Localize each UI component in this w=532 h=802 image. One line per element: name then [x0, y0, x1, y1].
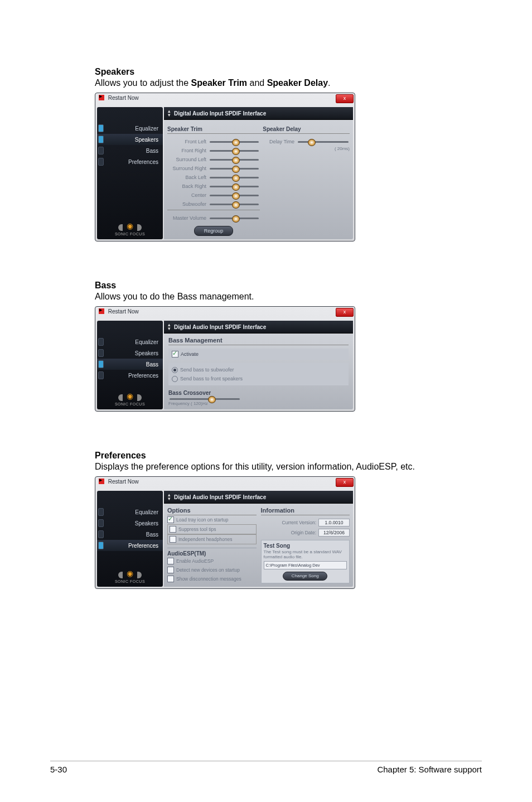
enable-esp-checkbox[interactable] [167, 558, 174, 564]
window-titlebar: Restart Now x [95, 93, 355, 105]
crossover-head: Bass Crossover [168, 390, 241, 396]
chan-label: Center [167, 192, 209, 198]
load-tray-checkbox[interactable] [167, 516, 174, 523]
bass-mgmt-head: Bass Management [168, 337, 349, 345]
window-titlebar: Restart Now x [95, 307, 355, 319]
pref-desc: Displays the preference options for this… [95, 462, 437, 472]
window-title: Restart Now [108, 308, 139, 315]
suppress-tips-checkbox[interactable] [170, 526, 176, 533]
tab-speakers[interactable]: Speakers [97, 134, 163, 145]
pref-heading: Preferences [95, 451, 437, 461]
indep-headphones-checkbox[interactable] [170, 536, 176, 543]
regroup-button[interactable]: Regroup [194, 226, 233, 236]
tab-bass[interactable]: Bass [97, 359, 163, 370]
spinner-icon[interactable] [166, 109, 172, 117]
app-icon [99, 479, 104, 484]
date-value: 12/6/2006 [318, 529, 350, 537]
version-value: 1.0.0010 [318, 519, 350, 526]
subwoofer-slider[interactable] [210, 204, 259, 205]
audio-tabbar: Digital Audio Input SPDIF Interface [164, 491, 353, 504]
opt-label: Independent headphones [178, 537, 232, 542]
tabbar-label: Digital Audio Input SPDIF Interface [174, 324, 266, 330]
sidebar: Equalizer Speakers Bass Preferences SONI… [97, 491, 163, 587]
back-right-slider[interactable] [210, 186, 259, 187]
logo-text: SONIC FOCUS [115, 579, 145, 583]
speaker-delay-head: Speaker Delay [263, 126, 301, 132]
master-label: Master Volume [167, 215, 209, 221]
window-titlebar: Restart Now x [95, 477, 355, 489]
delay-time-label: Delay Time [265, 139, 297, 144]
delay-slider[interactable] [298, 141, 349, 143]
audio-tabbar: Digital Audio Input SPDIF Interface [164, 321, 353, 334]
preferences-window: Restart Now x Equalizer Speakers Bass Pr… [95, 476, 355, 589]
radio-label: Send bass to subwoofer [180, 367, 234, 373]
chan-label: Back Right [167, 183, 209, 189]
crossover-slider[interactable] [170, 398, 240, 400]
tab-equalizer[interactable]: Equalizer [97, 506, 163, 518]
sidebar: Equalizer Speakers Bass Preferences SONI… [97, 107, 163, 239]
change-song-button[interactable]: Change Song [283, 572, 327, 581]
close-button[interactable]: x [336, 94, 354, 103]
logo-text: SONIC FOCUS [115, 402, 145, 406]
bass-to-front-radio[interactable] [172, 376, 178, 382]
txt: . [328, 78, 330, 88]
close-button[interactable]: x [336, 478, 354, 487]
master-slider[interactable] [210, 218, 259, 219]
speakers-desc: Allows you to adjust the Speaker Trim an… [95, 78, 437, 88]
sonic-focus-logo: SONIC FOCUS [97, 394, 163, 406]
audio-tabbar: Digital Audio Input SPDIF Interface [164, 107, 353, 120]
opt-label: Load tray icon on startup [176, 517, 229, 523]
back-left-slider[interactable] [210, 177, 259, 178]
front-left-slider[interactable] [210, 141, 259, 143]
sonic-focus-logo: SONIC FOCUS [97, 572, 163, 583]
sidebar: Equalizer Speakers Bass Preferences SONI… [97, 321, 163, 409]
tab-equalizer[interactable]: Equalizer [97, 123, 163, 134]
tabbar-label: Digital Audio Input SPDIF Interface [174, 494, 266, 500]
activate-label: Activate [181, 351, 199, 357]
tab-preferences[interactable]: Preferences [97, 156, 163, 167]
app-icon [99, 95, 104, 100]
show-disconnect-checkbox[interactable] [167, 576, 174, 582]
surround-right-slider[interactable] [210, 168, 259, 170]
window-title: Restart Now [108, 479, 139, 485]
activate-checkbox[interactable] [172, 351, 178, 357]
bass-to-sub-radio[interactable] [172, 367, 178, 373]
info-head: Information [261, 507, 350, 515]
radio-label: Send bass to front speakers [180, 376, 243, 381]
speakers-window: Restart Now x Equalizer Speakers Bass Pr… [95, 93, 355, 241]
txt: and [247, 78, 267, 88]
page-number: 5-30 [50, 765, 67, 774]
bass-window: Restart Now x Equalizer Speakers Bass Pr… [95, 306, 355, 412]
surround-left-slider[interactable] [210, 159, 259, 161]
front-right-slider[interactable] [210, 150, 259, 152]
tab-speakers[interactable]: Speakers [97, 347, 163, 359]
spinner-icon[interactable] [166, 323, 172, 331]
spinner-icon[interactable] [166, 493, 172, 501]
tab-equalizer[interactable]: Equalizer [97, 336, 163, 347]
tab-bass[interactable]: Bass [97, 529, 163, 540]
tab-bass[interactable]: Bass [97, 145, 163, 156]
sonic-focus-logo: SONIC FOCUS [97, 224, 163, 236]
tab-speakers[interactable]: Speakers [97, 518, 163, 529]
tabbar-label: Digital Audio Input SPDIF Interface [174, 110, 266, 117]
close-button[interactable]: x [336, 308, 354, 317]
tab-preferences[interactable]: Preferences [97, 540, 163, 551]
opt-label: Enable AudioESP [176, 558, 214, 564]
speakers-heading: Speakers [95, 67, 437, 77]
opt-label: Suppress tool tips [178, 526, 216, 532]
chan-label: Back Left [167, 175, 209, 180]
chan-label: Surround Right [167, 166, 209, 171]
bass-heading: Bass [95, 281, 437, 291]
app-icon [99, 308, 104, 314]
options-head: Options [167, 507, 257, 515]
chan-label: Front Left [167, 139, 209, 144]
crossover-freq: Frequency ( 120)Hz [168, 401, 241, 406]
center-slider[interactable] [210, 195, 259, 196]
tab-preferences[interactable]: Preferences [97, 370, 163, 381]
logo-text: SONIC FOCUS [115, 232, 145, 236]
page-footer: 5-30 Chapter 5: Software support [50, 761, 482, 774]
detect-devices-checkbox[interactable] [167, 567, 174, 573]
chapter-label: Chapter 5: Software support [377, 765, 482, 774]
window-title: Restart Now [108, 95, 139, 101]
testsong-path: C:\Program Files\Analog Dev [264, 561, 347, 569]
